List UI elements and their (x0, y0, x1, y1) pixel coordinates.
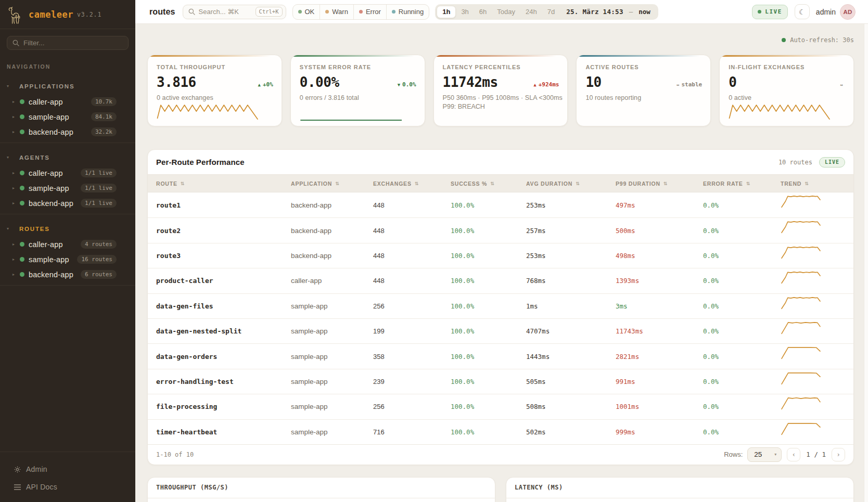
pagination-range: 1-10 of 10 (156, 451, 724, 458)
next-page-button[interactable]: › (832, 448, 845, 461)
chart-panel-latency-ms: LATENCY (MS) (506, 477, 854, 502)
sidebar-footer-item-admin[interactable]: Admin (0, 460, 135, 478)
time-range-separator: – (629, 8, 633, 16)
cell-trend (781, 218, 845, 235)
trend-sparkline (781, 295, 821, 311)
status-filter-error[interactable]: Error (353, 5, 386, 19)
dark-mode-toggle[interactable]: ☾ (795, 4, 810, 19)
time-range-24h[interactable]: 24h (520, 6, 542, 18)
table-row-data-gen-nested-split[interactable]: data-gen-nested-split sample-app 199 100… (148, 318, 853, 343)
kpi-accent-bar (434, 55, 568, 57)
time-range-3h[interactable]: 3h (456, 6, 474, 18)
table-row-file-processing[interactable]: file-processing sample-app 256 100.0% 50… (148, 394, 853, 419)
sidebar-item-badge: 1/1 live (81, 184, 117, 192)
rows-per-page-select[interactable]: 25 ▾ (747, 447, 782, 462)
bottom-charts: THROUGHPUT (MSG/S) LATENCY (MS) (147, 477, 854, 502)
table-row-route3[interactable]: route3 backend-app 448 100.0% 253ms 498m… (148, 243, 853, 268)
table-row-route2[interactable]: route2 backend-app 448 100.0% 257ms 500m… (148, 217, 853, 242)
time-range-1h[interactable]: 1h (437, 6, 456, 18)
sidebar-item-label: backend-app (29, 271, 81, 279)
time-range-today[interactable]: Today (492, 6, 520, 18)
chevron-down-icon: ▾ (774, 452, 776, 457)
cell-avg-duration: 768ms (526, 277, 616, 285)
trend-sparkline (781, 320, 821, 336)
column-header-success-[interactable]: SUCCESS % ⇅ (451, 181, 526, 187)
sort-icon: ⇅ (663, 181, 668, 186)
cell-p99-duration: 500ms (616, 227, 703, 235)
status-filter-ok[interactable]: OK (293, 5, 320, 19)
table-title: Per-Route Performance (156, 158, 778, 166)
kpi-subtext: 0 active exchanges (157, 94, 273, 101)
cell-success: 100.0% (451, 227, 526, 235)
keyboard-shortcut-badge: Ctrl+K (256, 7, 283, 17)
sidebar-item-caller-app[interactable]: ▸ caller-app 1/1 live (0, 165, 135, 181)
time-range-end: now (639, 8, 650, 16)
kpi-accent-bar (148, 55, 282, 57)
sidebar-item-backend-app[interactable]: ▸ backend-app 6 routes (0, 267, 135, 282)
auto-refresh-label: Auto-refresh: 30s (790, 36, 854, 44)
cell-success: 100.0% (451, 277, 526, 285)
chevron-right-icon: ▸ (12, 130, 20, 134)
moon-icon: ☾ (799, 8, 806, 16)
time-range-6h[interactable]: 6h (474, 6, 492, 18)
sidebar-item-sample-app[interactable]: ▸ sample-app 1/1 live (0, 181, 135, 196)
sidebar-item-badge: 10.7k (91, 97, 117, 106)
table-row-product-caller[interactable]: product-caller caller-app 448 100.0% 768… (148, 268, 853, 293)
kpi-grid: TOTAL THROUGHPUT 3.816 ▲+0% 0 active exc… (147, 55, 854, 126)
cell-route: file-processing (156, 403, 291, 410)
live-toggle-button[interactable]: LIVE (752, 5, 788, 19)
column-header-trend[interactable]: TREND ⇅ (781, 181, 845, 187)
table-row-route1[interactable]: route1 backend-app 448 100.0% 253ms 497m… (148, 192, 853, 217)
table-row-timer-heartbeat[interactable]: timer-heartbeat sample-app 716 100.0% 50… (148, 419, 853, 444)
chart-panel-throughput-msg-s: THROUGHPUT (MSG/S) (147, 477, 495, 502)
sidebar-item-sample-app[interactable]: ▸ sample-app 84.1k (0, 109, 135, 124)
table-header-row: ROUTE ⇅ APPLICATION ⇅ EXCHANGES ⇅ SUCCES… (148, 174, 853, 192)
filter-input[interactable] (23, 39, 123, 47)
cell-error-rate: 0.0% (703, 252, 781, 260)
delta-arrow-icon: ⇔ (676, 82, 679, 87)
status-dot (359, 10, 363, 14)
status-dot (20, 272, 24, 277)
sidebar-item-backend-app[interactable]: ▸ backend-app 1/1 live (0, 196, 135, 211)
previous-page-button[interactable]: ‹ (787, 448, 800, 461)
trend-sparkline (781, 194, 821, 209)
cell-error-rate: 0.0% (703, 201, 781, 209)
table-row-data-gen-files[interactable]: data-gen-files sample-app 256 100.0% 1ms… (148, 293, 853, 318)
kpi-label: LATENCY PERCENTILES (443, 64, 559, 70)
sidebar-footer-item-api-docs[interactable]: API Docs (0, 478, 135, 496)
divider (0, 143, 135, 143)
column-header-application[interactable]: APPLICATION ⇅ (291, 181, 373, 187)
table-row-error-handling-test[interactable]: error-handling-test sample-app 239 100.0… (148, 369, 853, 394)
kpi-value: 0.00% (300, 75, 339, 91)
sidebar-item-caller-app[interactable]: ▸ caller-app 4 routes (0, 237, 135, 252)
column-header-error-rate[interactable]: ERROR RATE ⇅ (703, 181, 781, 187)
kpi-card-system-error-rate: SYSTEM ERROR RATE 0.00% ▼0.0% 0 errors /… (290, 55, 425, 126)
scrollbar[interactable] (864, 24, 868, 502)
kpi-subtext: 10 routes reporting (585, 94, 702, 101)
table-body: route1 backend-app 448 100.0% 253ms 497m… (148, 192, 853, 444)
cell-success: 100.0% (451, 252, 526, 260)
column-header-route[interactable]: ROUTE ⇅ (156, 181, 291, 187)
delta-arrow-icon: ▲ (533, 82, 536, 87)
column-header-p99-duration[interactable]: P99 DURATION ⇅ (616, 181, 703, 187)
cell-application: sample-app (291, 302, 373, 310)
sidebar-filter[interactable] (7, 36, 129, 50)
time-range-7d[interactable]: 7d (542, 6, 560, 18)
sidebar-item-caller-app[interactable]: ▸ caller-app 10.7k (0, 94, 135, 109)
status-filter-label: Running (399, 8, 424, 16)
sidebar-item-sample-app[interactable]: ▸ sample-app 16 routes (0, 252, 135, 267)
column-header-exchanges[interactable]: EXCHANGES ⇅ (373, 181, 451, 187)
sidebar-item-badge: 1/1 live (81, 169, 117, 177)
sidebar-section-header-agents[interactable]: ▾ AGENTS (0, 151, 135, 163)
cell-application: caller-app (291, 277, 373, 285)
status-filter-warn[interactable]: Warn (320, 5, 353, 19)
sidebar-section-header-applications[interactable]: ▾ APPLICATIONS (0, 80, 135, 92)
global-search[interactable]: Search... ⌘K Ctrl+K (183, 5, 286, 19)
search-icon (12, 40, 19, 46)
avatar[interactable]: AD (840, 4, 856, 20)
status-filter-running[interactable]: Running (386, 5, 429, 19)
table-row-data-gen-orders[interactable]: data-gen-orders sample-app 358 100.0% 14… (148, 343, 853, 368)
column-header-avg-duration[interactable]: AVG DURATION ⇅ (526, 181, 616, 187)
sidebar-section-header-routes[interactable]: ▾ ROUTES (0, 223, 135, 235)
sidebar-item-backend-app[interactable]: ▸ backend-app 32.2k (0, 124, 135, 139)
